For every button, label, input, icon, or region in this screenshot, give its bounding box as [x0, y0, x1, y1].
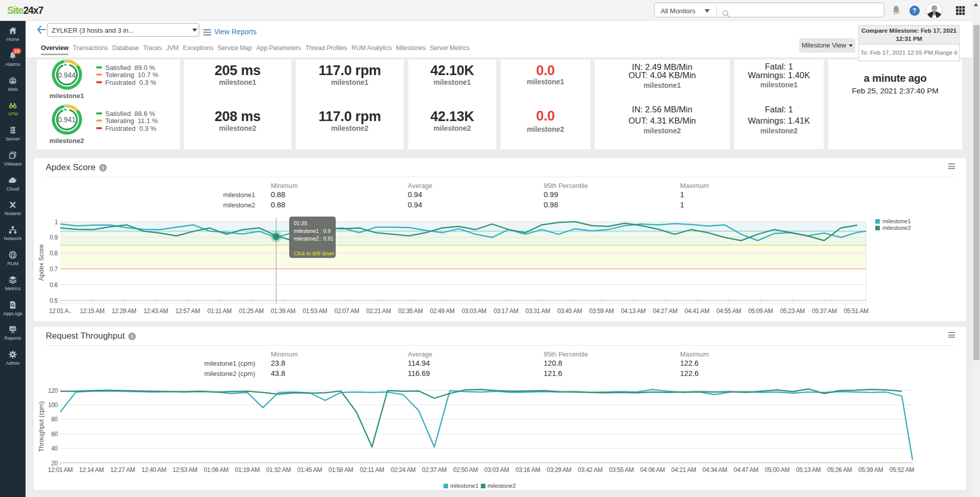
svg-text:04:21 AM: 04:21 AM [671, 466, 696, 474]
svg-text:05:00 AM: 05:00 AM [765, 466, 790, 474]
svg-text:80: 80 [51, 416, 58, 423]
svg-text:100: 100 [48, 401, 58, 409]
svg-text:02:37 AM: 02:37 AM [422, 466, 447, 474]
svg-text:03:03 AM: 03:03 AM [462, 307, 487, 315]
svg-text:12:57 AM: 12:57 AM [175, 307, 200, 315]
svg-text:03:29 AM: 03:29 AM [547, 466, 572, 474]
svg-text:0.6: 0.6 [50, 281, 58, 289]
svg-text:0.8: 0.8 [50, 250, 58, 257]
svg-text:milestone2 : 0.91: milestone2 : 0.91 [294, 236, 334, 242]
svg-text:0.7: 0.7 [50, 266, 58, 273]
svg-text:01:32 AM: 01:32 AM [266, 466, 291, 474]
svg-text:05:23 AM: 05:23 AM [780, 307, 805, 315]
svg-text:12:14 AM: 12:14 AM [79, 466, 104, 474]
svg-text:40: 40 [51, 445, 58, 452]
svg-text:05:51 AM: 05:51 AM [844, 307, 869, 315]
svg-text:04:13 AM: 04:13 AM [621, 307, 646, 315]
svg-text:120: 120 [48, 387, 58, 394]
svg-text:Apdex Score: Apdex Score [38, 244, 45, 281]
svg-text:02:07 AM: 02:07 AM [335, 307, 360, 315]
svg-text:01:19 AM: 01:19 AM [235, 466, 260, 474]
svg-text:04:27 AM: 04:27 AM [653, 307, 678, 315]
svg-text:03:03 AM: 03:03 AM [484, 466, 509, 474]
svg-text:05:37 AM: 05:37 AM [812, 307, 837, 315]
svg-text:02:50 AM: 02:50 AM [453, 466, 478, 474]
svg-text:02:35 AM: 02:35 AM [398, 307, 423, 315]
svg-text:05:09 AM: 05:09 AM [748, 307, 773, 315]
svg-text:02:11 AM: 02:11 AM [360, 466, 384, 474]
svg-text:02:49 AM: 02:49 AM [430, 307, 455, 315]
svg-text:03:16 AM: 03:16 AM [516, 466, 541, 474]
svg-text:01:11 AM: 01:11 AM [207, 307, 232, 315]
svg-text:12:15 AM: 12:15 AM [80, 307, 105, 315]
svg-text:04:55 AM: 04:55 AM [716, 307, 741, 315]
svg-text:02:21 AM: 02:21 AM [366, 307, 391, 315]
svg-text:04:34 AM: 04:34 AM [703, 466, 728, 474]
svg-text:milestone2: milestone2 [882, 225, 911, 231]
svg-text:12:40 AM: 12:40 AM [142, 466, 167, 474]
svg-text:Throughput (cpm): Throughput (cpm) [38, 401, 45, 452]
svg-text:02:24 AM: 02:24 AM [391, 466, 416, 474]
svg-text:01:53 AM: 01:53 AM [302, 307, 328, 315]
svg-text:03:42 AM: 03:42 AM [578, 466, 603, 474]
svg-text:01:39 AM: 01:39 AM [271, 307, 296, 315]
svg-text:03:59 AM: 03:59 AM [589, 307, 614, 315]
svg-text:03:55 AM: 03:55 AM [609, 466, 634, 474]
svg-text:03:31 AM: 03:31 AM [525, 307, 550, 315]
svg-text:60: 60 [51, 431, 58, 438]
svg-text:0.5: 0.5 [50, 297, 58, 304]
svg-text:1: 1 [55, 219, 58, 226]
svg-text:12:01 A..: 12:01 A.. [49, 307, 72, 315]
svg-text:03:17 AM: 03:17 AM [494, 307, 519, 315]
svg-text:Click to drill down: Click to drill down [294, 251, 334, 256]
svg-text:milestone2: milestone2 [487, 483, 516, 489]
svg-text:01:25 AM: 01:25 AM [239, 307, 264, 315]
svg-text:12:01 AM: 12:01 AM [48, 466, 73, 474]
svg-text:20: 20 [51, 460, 58, 467]
svg-text:01:35: 01:35 [294, 220, 307, 226]
svg-text:05:26 AM: 05:26 AM [827, 466, 852, 474]
svg-text:04:47 AM: 04:47 AM [734, 466, 759, 474]
svg-text:01:06 AM: 01:06 AM [204, 466, 229, 474]
svg-text:05:52 AM: 05:52 AM [890, 466, 915, 474]
svg-text:12:27 AM: 12:27 AM [110, 466, 135, 474]
svg-text:04:08 AM: 04:08 AM [640, 466, 665, 474]
svg-text:05:13 AM: 05:13 AM [796, 466, 821, 474]
svg-text:milestone1: milestone1 [882, 218, 911, 224]
svg-text:05:39 AM: 05:39 AM [858, 466, 883, 474]
svg-text:12:43 AM: 12:43 AM [144, 307, 169, 315]
svg-text:milestone1: milestone1 [450, 483, 479, 489]
svg-text:12:29 AM: 12:29 AM [111, 307, 136, 315]
svg-text:01:45 AM: 01:45 AM [297, 466, 322, 474]
svg-text:0.9: 0.9 [50, 234, 58, 241]
svg-text:04:41 AM: 04:41 AM [685, 307, 710, 315]
svg-text:12:53 AM: 12:53 AM [173, 466, 198, 474]
svg-text:01:58 AM: 01:58 AM [329, 466, 354, 474]
svg-text:03:45 AM: 03:45 AM [557, 307, 582, 315]
svg-text:milestone1 : 0.9: milestone1 : 0.9 [294, 228, 331, 234]
